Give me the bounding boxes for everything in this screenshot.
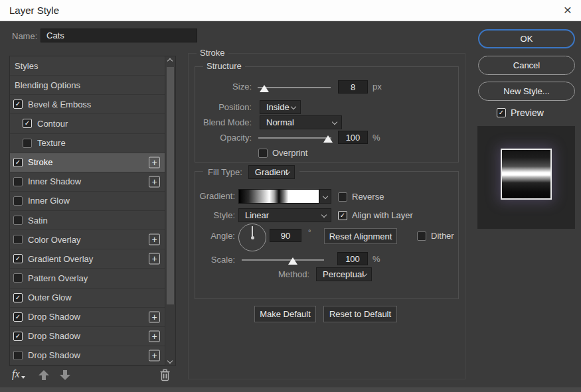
- add-drop-shadow-button[interactable]: +: [149, 350, 160, 361]
- structure-group: Structure Size: px Position: Inside Blen…: [195, 66, 459, 163]
- scroll-down-icon[interactable]: [167, 358, 173, 363]
- add-drop-shadow-button[interactable]: +: [149, 311, 160, 322]
- reverse-checkbox-row[interactable]: Reverse: [338, 192, 384, 202]
- angle-dial[interactable]: [238, 224, 266, 251]
- fx-menu-button[interactable]: fx: [12, 368, 20, 380]
- sidebar-item-styles[interactable]: Styles: [10, 56, 175, 76]
- drop-shadow-checkbox[interactable]: ✓: [13, 332, 23, 341]
- align-with-layer-checkbox[interactable]: ✓: [338, 211, 347, 220]
- position-dropdown[interactable]: Inside: [260, 100, 301, 114]
- sidebar-item-drop-shadow[interactable]: Drop Shadow+: [10, 346, 175, 365]
- scale-input[interactable]: [337, 252, 368, 265]
- fill-type-value: Gradient: [255, 167, 288, 177]
- size-label: Size:: [195, 82, 252, 92]
- move-effect-down-button[interactable]: [60, 370, 70, 380]
- dither-checkbox-row[interactable]: Dither: [417, 231, 454, 241]
- sidebar-item-texture[interactable]: Texture: [10, 134, 175, 153]
- new-style-button[interactable]: New Style...: [478, 82, 575, 101]
- dither-checkbox[interactable]: [417, 231, 426, 241]
- drop-shadow-checkbox[interactable]: [13, 351, 23, 360]
- sidebar-item-pattern-overlay[interactable]: Pattern Overlay: [10, 269, 175, 288]
- preview-checkbox-row[interactable]: ✓ Preview: [497, 107, 544, 118]
- styles-scrollbar[interactable]: [165, 56, 175, 365]
- stroke-checkbox[interactable]: ✓: [13, 158, 23, 167]
- sidebar-item-stroke[interactable]: ✓Stroke+: [10, 153, 175, 172]
- blend-mode-dropdown[interactable]: Normal: [260, 115, 342, 129]
- sidebar-item-outer-glow[interactable]: ✓Outer Glow: [10, 289, 175, 308]
- contour-checkbox[interactable]: ✓: [23, 119, 32, 128]
- add-gradient-overlay-button[interactable]: +: [149, 253, 160, 265]
- overprint-label: Overprint: [272, 148, 307, 158]
- reset-to-default-button[interactable]: Reset to Default: [323, 306, 397, 322]
- align-with-layer-checkbox-row[interactable]: ✓ Align with Layer: [338, 210, 413, 220]
- size-slider-thumb[interactable]: [260, 85, 269, 92]
- sidebar-item-blending-options[interactable]: Blending Options: [10, 76, 175, 95]
- opacity-unit: %: [373, 133, 380, 143]
- drop-shadow-checkbox[interactable]: ✓: [13, 312, 23, 322]
- add-inner-shadow-button[interactable]: +: [149, 176, 160, 187]
- opacity-input[interactable]: [338, 131, 368, 144]
- reset-alignment-button[interactable]: Reset Alignment: [324, 228, 397, 244]
- close-icon[interactable]: ×: [564, 0, 572, 20]
- color-overlay-checkbox[interactable]: [13, 235, 23, 244]
- size-input[interactable]: [338, 80, 368, 94]
- cancel-button[interactable]: Cancel: [478, 56, 575, 75]
- gradient-swatch[interactable]: [238, 189, 319, 204]
- gradient-picker-button[interactable]: [319, 189, 331, 204]
- gradient-label: Gradient:: [195, 191, 235, 201]
- move-effect-up-button[interactable]: [39, 370, 49, 380]
- sidebar-item-label: Contour: [37, 119, 68, 129]
- style-preview-thumbnail: [501, 149, 552, 200]
- style-dropdown[interactable]: Linear: [238, 208, 331, 222]
- overprint-checkbox[interactable]: [258, 149, 268, 158]
- ok-button[interactable]: OK: [478, 29, 575, 48]
- add-stroke-button[interactable]: +: [149, 157, 160, 168]
- satin-checkbox[interactable]: [13, 216, 23, 225]
- inner-glow-checkbox[interactable]: [13, 196, 23, 206]
- gradient-overlay-checkbox[interactable]: ✓: [13, 254, 23, 263]
- chevron-down-icon: [323, 194, 328, 199]
- sidebar-item-bevel-emboss[interactable]: ✓Bevel & Emboss: [10, 95, 175, 114]
- scale-slider-thumb[interactable]: [288, 257, 297, 265]
- angle-input[interactable]: [270, 229, 301, 242]
- fill-type-dropdown[interactable]: Gradient: [248, 165, 295, 179]
- scale-slider-track[interactable]: [242, 259, 324, 261]
- opacity-slider-thumb[interactable]: [323, 135, 333, 143]
- inner-shadow-checkbox[interactable]: [13, 177, 23, 186]
- sidebar-item-satin[interactable]: Satin: [10, 211, 175, 230]
- pattern-overlay-checkbox[interactable]: [13, 273, 23, 283]
- preview-checkbox[interactable]: ✓: [497, 108, 506, 117]
- sidebar-item-contour[interactable]: ✓Contour: [10, 114, 175, 133]
- scroll-up-icon[interactable]: [167, 58, 173, 64]
- overprint-checkbox-row[interactable]: Overprint: [258, 148, 307, 158]
- scrollbar-thumb[interactable]: [167, 67, 174, 304]
- bevel-emboss-checkbox[interactable]: ✓: [13, 99, 23, 109]
- fill-group: Fill Type: Gradient Gradient: Reverse St…: [195, 171, 459, 299]
- sidebar-item-inner-shadow[interactable]: Inner Shadow+: [10, 172, 175, 192]
- size-slider[interactable]: [258, 84, 331, 93]
- method-dropdown[interactable]: Perceptual: [316, 267, 372, 281]
- sidebar-item-drop-shadow[interactable]: ✓Drop Shadow+: [10, 327, 175, 346]
- sidebar-item-label: Satin: [28, 216, 48, 226]
- reverse-checkbox[interactable]: [338, 192, 347, 202]
- scale-label: Scale:: [195, 255, 235, 265]
- add-color-overlay-button[interactable]: +: [149, 234, 160, 245]
- style-name-input[interactable]: [41, 29, 197, 42]
- texture-checkbox[interactable]: [23, 139, 32, 148]
- opacity-slider-track[interactable]: [258, 137, 331, 139]
- sidebar-item-gradient-overlay[interactable]: ✓Gradient Overlay+: [10, 249, 175, 269]
- chevron-down-icon: [321, 212, 327, 218]
- delete-effect-button[interactable]: [159, 369, 171, 381]
- sidebar-item-color-overlay[interactable]: Color Overlay+: [10, 230, 175, 249]
- panel-title: Stroke: [197, 48, 228, 58]
- sidebar-item-inner-glow[interactable]: Inner Glow: [10, 192, 175, 211]
- sidebar-item-drop-shadow[interactable]: ✓Drop Shadow+: [10, 308, 175, 327]
- add-drop-shadow-button[interactable]: +: [149, 330, 160, 342]
- scale-slider[interactable]: [242, 256, 324, 265]
- outer-glow-checkbox[interactable]: ✓: [13, 293, 23, 302]
- opacity-slider[interactable]: [258, 134, 331, 143]
- dialog-bottom-edge: [0, 387, 581, 392]
- make-default-button[interactable]: Make Default: [254, 306, 316, 322]
- sidebar-item-label: Blending Options: [15, 80, 80, 90]
- position-label: Position:: [195, 102, 252, 112]
